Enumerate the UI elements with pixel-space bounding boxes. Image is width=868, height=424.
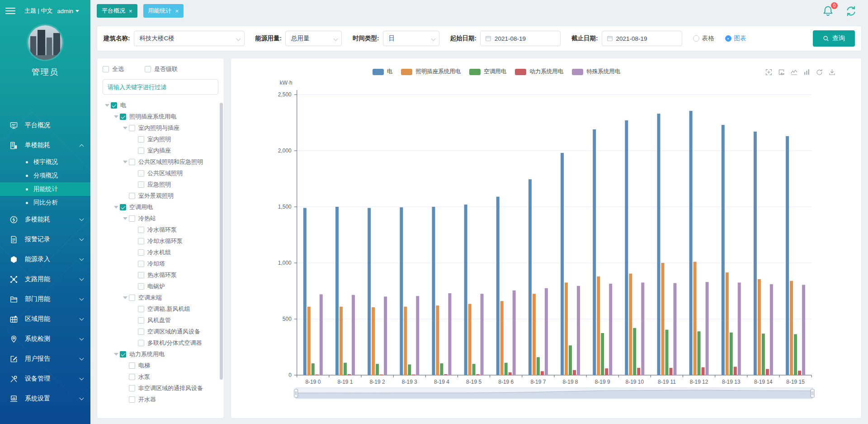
caret-down-icon[interactable] — [122, 161, 129, 163]
tree-node-5[interactable]: 公共区域照明和应急照明 — [103, 156, 219, 167]
toolbox-zoom-reset-icon[interactable] — [778, 68, 785, 76]
tree-node-8[interactable]: 室外景观照明 — [103, 190, 219, 201]
tree-node-19[interactable]: 风机盘管 — [103, 314, 219, 326]
tree-node-checkbox[interactable] — [120, 114, 126, 120]
tree-node-checkbox[interactable] — [138, 340, 144, 346]
toolbox-download-icon[interactable] — [828, 68, 836, 76]
tree-node-checkbox[interactable] — [138, 148, 144, 154]
tree-node-21[interactable]: 多联机/分体式空调器 — [103, 337, 219, 348]
notification-bell-icon[interactable]: 0 — [822, 5, 834, 17]
sidebar-item-1[interactable]: 单楼能耗 — [0, 135, 90, 155]
sidebar-item-11[interactable]: 系统设置 — [0, 389, 90, 409]
legend-item-1[interactable]: 照明插座系统用电 — [401, 68, 461, 76]
tree-node-checkbox[interactable] — [138, 227, 144, 233]
caret-down-icon[interactable] — [104, 104, 111, 107]
caret-down-icon[interactable] — [122, 296, 129, 299]
tree-node-checkbox[interactable] — [138, 238, 144, 244]
tree-node-checkbox[interactable] — [138, 329, 144, 335]
sidebar-item-6[interactable]: 部门用能 — [0, 289, 90, 309]
tree-node-14[interactable]: 冷却塔 — [103, 258, 219, 269]
tree-node-7[interactable]: 应急照明 — [103, 179, 219, 190]
tree-node-checkbox[interactable] — [138, 317, 144, 324]
caret-down-icon[interactable] — [113, 353, 120, 356]
legend-item-4[interactable]: 特殊系统用电 — [572, 68, 620, 76]
tab-energy-statistics[interactable]: 用能统计 × — [143, 4, 184, 18]
sidebar-item-2[interactable]: 多楼能耗 — [0, 210, 90, 229]
hamburger-menu-icon[interactable] — [5, 6, 15, 16]
caret-down-icon[interactable] — [122, 217, 129, 220]
tree-scrollbar[interactable] — [220, 103, 223, 380]
tree-node-checkbox[interactable] — [129, 295, 135, 301]
select-all-checkbox[interactable] — [103, 66, 109, 72]
tree-node-checkbox[interactable] — [129, 125, 135, 131]
toolbox-bar-chart-icon[interactable] — [803, 68, 811, 76]
time-type-select[interactable]: 日 — [383, 31, 439, 46]
legend-item-0[interactable]: 电 — [373, 68, 393, 76]
sidebar-item-3[interactable]: 报警记录 — [0, 229, 90, 249]
tree-node-24[interactable]: 水泵 — [103, 371, 219, 382]
sidebar-subitem-1-3[interactable]: 同比分析 — [0, 196, 90, 210]
tree-node-17[interactable]: 空调末端 — [103, 292, 219, 303]
datazoom-slider[interactable] — [294, 388, 814, 399]
tree-node-18[interactable]: 空调箱,新风机组 — [103, 303, 219, 314]
tree-node-checkbox[interactable] — [129, 215, 135, 222]
toolbox-zoom-select-icon[interactable] — [765, 68, 773, 76]
tree-node-0[interactable]: 电 — [103, 100, 219, 111]
caret-down-icon[interactable] — [113, 206, 120, 209]
tree-node-11[interactable]: 冷水循环泵 — [103, 224, 219, 235]
sidebar-item-5[interactable]: 支路用能 — [0, 269, 90, 289]
tree-node-checkbox[interactable] — [111, 102, 117, 109]
tree-filter-input[interactable] — [103, 79, 218, 95]
tree-node-checkbox[interactable] — [138, 283, 144, 290]
sidebar-subitem-1-0[interactable]: 楼宇概况 — [0, 155, 90, 169]
tree-node-checkbox[interactable] — [138, 272, 144, 278]
sidebar-item-10[interactable]: 设备管理 — [0, 369, 90, 389]
query-button[interactable]: 查询 — [813, 30, 855, 47]
sidebar-item-0[interactable]: 平台概况 — [0, 115, 90, 135]
tree-node-checkbox[interactable] — [120, 204, 126, 210]
start-date-input[interactable]: 2021-08-19 — [480, 31, 561, 46]
tree-node-25[interactable]: 非空调区域的通排风设备 — [103, 382, 219, 394]
sidebar-subitem-1-2[interactable]: 用能统计 — [0, 182, 90, 196]
tree-node-13[interactable]: 冷水机组 — [103, 247, 219, 258]
sidebar-item-8[interactable]: 系统检测 — [0, 329, 90, 349]
cascade-checkbox[interactable] — [145, 66, 151, 72]
tree-node-26[interactable]: 开水器 — [103, 394, 219, 405]
tree-node-3[interactable]: 室内照明 — [103, 133, 219, 145]
legend-item-3[interactable]: 动力系统用电 — [515, 68, 563, 76]
datazoom-handle-right[interactable] — [811, 389, 814, 397]
building-select[interactable]: 科技大楼C楼 — [134, 31, 245, 46]
close-icon[interactable]: × — [175, 8, 179, 14]
tree-node-checkbox[interactable] — [138, 306, 144, 312]
sidebar-item-9[interactable]: 用户报告 — [0, 349, 90, 369]
theme-language-label[interactable]: 主题 | 中文 — [24, 7, 53, 15]
toolbox-line-chart-icon[interactable] — [790, 68, 798, 76]
tree-node-checkbox[interactable] — [129, 362, 135, 369]
tree-node-10[interactable]: 冷热站 — [103, 213, 219, 224]
tree-node-16[interactable]: 电锅炉 — [103, 281, 219, 292]
sidebar-item-4[interactable]: 能源录入 — [0, 249, 90, 269]
tree-node-checkbox[interactable] — [129, 396, 135, 403]
close-icon[interactable]: × — [129, 8, 132, 14]
tree-node-6[interactable]: 公共区域照明 — [103, 167, 219, 179]
tree-node-20[interactable]: 空调区域的通风设备 — [103, 326, 219, 337]
tree-node-checkbox[interactable] — [138, 249, 144, 256]
tree-node-checkbox[interactable] — [138, 170, 144, 176]
tree-node-checkbox[interactable] — [138, 136, 144, 143]
legend-item-2[interactable]: 空调用电 — [469, 68, 506, 76]
tab-platform-overview[interactable]: 平台概况 × — [97, 4, 137, 18]
tree-node-checkbox[interactable] — [138, 181, 144, 188]
sidebar-subitem-1-1[interactable]: 分项概况 — [0, 169, 90, 182]
datazoom-handle-left[interactable] — [294, 389, 298, 397]
tree-node-checkbox[interactable] — [129, 385, 135, 391]
tree-node-checkbox[interactable] — [129, 193, 135, 199]
tree-node-checkbox[interactable] — [138, 261, 144, 267]
tree-node-1[interactable]: 照明插座系统用电 — [103, 111, 219, 122]
energy-usage-select[interactable]: 总用量 — [285, 31, 342, 46]
end-date-input[interactable]: 2021-08-19 — [602, 31, 682, 46]
tree-node-checkbox[interactable] — [120, 351, 126, 357]
tree-node-checkbox[interactable] — [129, 159, 135, 165]
tree-node-checkbox[interactable] — [129, 374, 135, 380]
caret-down-icon[interactable] — [122, 127, 129, 129]
caret-down-icon[interactable] — [113, 115, 120, 118]
